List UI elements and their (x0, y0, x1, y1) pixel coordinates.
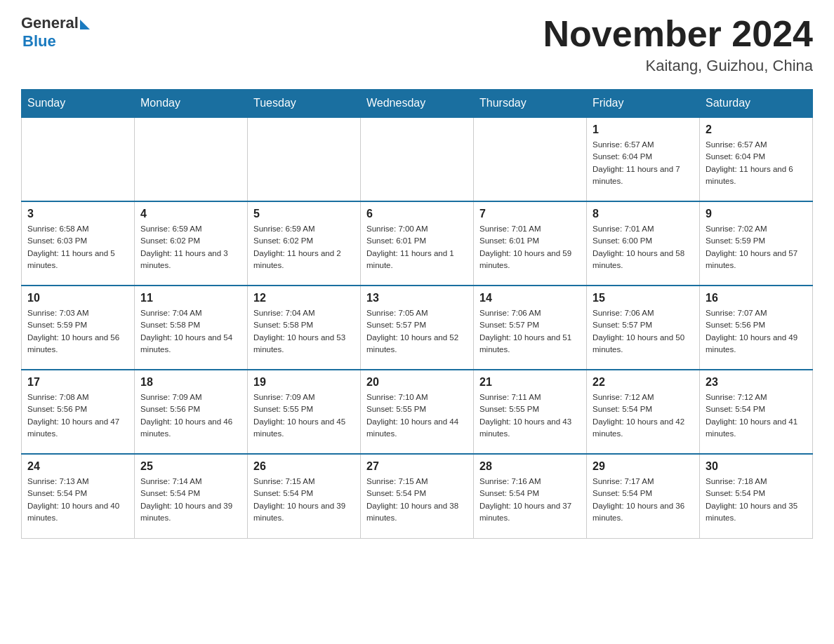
calendar-cell: 18Sunrise: 7:09 AMSunset: 5:56 PMDayligh… (135, 370, 248, 454)
day-number: 30 (706, 460, 807, 473)
day-number: 4 (140, 208, 241, 220)
day-number: 13 (366, 292, 468, 304)
calendar-cell: 3Sunrise: 6:58 AMSunset: 6:03 PMDaylight… (22, 201, 135, 286)
calendar-cell: 5Sunrise: 6:59 AMSunset: 6:02 PMDaylight… (248, 201, 361, 286)
calendar-cell: 30Sunrise: 7:18 AMSunset: 5:54 PMDayligh… (700, 454, 813, 538)
day-info: Sunrise: 7:02 AMSunset: 5:59 PMDaylight:… (706, 223, 807, 271)
day-number: 22 (593, 376, 694, 389)
day-info: Sunrise: 7:04 AMSunset: 5:58 PMDaylight:… (253, 307, 355, 356)
header-monday: Monday (135, 90, 248, 118)
calendar-cell: 20Sunrise: 7:10 AMSunset: 5:55 PMDayligh… (361, 370, 474, 454)
calendar-header-row: SundayMondayTuesdayWednesdayThursdayFrid… (22, 90, 813, 118)
day-number: 27 (366, 460, 468, 473)
day-number: 3 (27, 208, 128, 220)
day-number: 29 (593, 460, 694, 473)
calendar-cell: 8Sunrise: 7:01 AMSunset: 6:00 PMDaylight… (587, 201, 700, 286)
calendar-cell: 4Sunrise: 6:59 AMSunset: 6:02 PMDaylight… (135, 201, 248, 286)
day-number: 1 (593, 123, 694, 136)
day-number: 23 (706, 376, 807, 389)
header-thursday: Thursday (474, 90, 587, 118)
day-number: 9 (706, 208, 807, 220)
week-row-2: 3Sunrise: 6:58 AMSunset: 6:03 PMDaylight… (22, 201, 813, 286)
day-info: Sunrise: 7:09 AMSunset: 5:56 PMDaylight:… (140, 391, 241, 440)
calendar-cell: 21Sunrise: 7:11 AMSunset: 5:55 PMDayligh… (474, 370, 587, 454)
day-number: 21 (479, 376, 581, 389)
day-info: Sunrise: 7:04 AMSunset: 5:58 PMDaylight:… (140, 307, 241, 356)
calendar-cell: 29Sunrise: 7:17 AMSunset: 5:54 PMDayligh… (587, 454, 700, 538)
title-block: November 2024 Kaitang, Guizhou, China (543, 14, 813, 75)
calendar-cell: 13Sunrise: 7:05 AMSunset: 5:57 PMDayligh… (361, 286, 474, 370)
day-number: 18 (140, 376, 241, 389)
day-info: Sunrise: 6:57 AMSunset: 6:04 PMDaylight:… (593, 139, 694, 187)
calendar-table: SundayMondayTuesdayWednesdayThursdayFrid… (21, 89, 813, 539)
calendar-cell: 10Sunrise: 7:03 AMSunset: 5:59 PMDayligh… (22, 286, 135, 370)
logo: General Blue (21, 14, 90, 51)
calendar-cell: 25Sunrise: 7:14 AMSunset: 5:54 PMDayligh… (135, 454, 248, 538)
calendar-cell: 7Sunrise: 7:01 AMSunset: 6:01 PMDaylight… (474, 201, 587, 286)
calendar-cell: 23Sunrise: 7:12 AMSunset: 5:54 PMDayligh… (700, 370, 813, 454)
day-info: Sunrise: 7:01 AMSunset: 6:00 PMDaylight:… (593, 223, 694, 271)
calendar-cell: 28Sunrise: 7:16 AMSunset: 5:54 PMDayligh… (474, 454, 587, 538)
day-info: Sunrise: 6:58 AMSunset: 6:03 PMDaylight:… (27, 223, 128, 271)
calendar-cell: 6Sunrise: 7:00 AMSunset: 6:01 PMDaylight… (361, 201, 474, 286)
header-tuesday: Tuesday (248, 90, 361, 118)
header-friday: Friday (587, 90, 700, 118)
calendar-cell: 19Sunrise: 7:09 AMSunset: 5:55 PMDayligh… (248, 370, 361, 454)
calendar-cell: 27Sunrise: 7:15 AMSunset: 5:54 PMDayligh… (361, 454, 474, 538)
calendar-cell (361, 117, 474, 201)
day-number: 25 (140, 460, 241, 473)
day-number: 15 (593, 292, 694, 304)
day-info: Sunrise: 7:16 AMSunset: 5:54 PMDaylight:… (479, 476, 581, 524)
day-info: Sunrise: 6:57 AMSunset: 6:04 PMDaylight:… (706, 139, 807, 187)
calendar-cell (22, 117, 135, 201)
calendar-cell: 11Sunrise: 7:04 AMSunset: 5:58 PMDayligh… (135, 286, 248, 370)
day-info: Sunrise: 7:15 AMSunset: 5:54 PMDaylight:… (366, 476, 468, 524)
day-number: 2 (706, 123, 807, 136)
day-number: 6 (366, 208, 468, 220)
day-info: Sunrise: 7:09 AMSunset: 5:55 PMDaylight:… (253, 391, 355, 440)
page-header: General Blue November 2024 Kaitang, Guiz… (21, 14, 813, 75)
logo-blue-text: Blue (22, 32, 56, 50)
calendar-cell: 15Sunrise: 7:06 AMSunset: 5:57 PMDayligh… (587, 286, 700, 370)
calendar-cell: 9Sunrise: 7:02 AMSunset: 5:59 PMDaylight… (700, 201, 813, 286)
day-info: Sunrise: 7:06 AMSunset: 5:57 PMDaylight:… (479, 307, 581, 356)
day-info: Sunrise: 6:59 AMSunset: 6:02 PMDaylight:… (140, 223, 241, 271)
day-info: Sunrise: 7:03 AMSunset: 5:59 PMDaylight:… (27, 307, 128, 356)
calendar-cell: 24Sunrise: 7:13 AMSunset: 5:54 PMDayligh… (22, 454, 135, 538)
header-sunday: Sunday (22, 90, 135, 118)
day-info: Sunrise: 7:01 AMSunset: 6:01 PMDaylight:… (479, 223, 581, 271)
calendar-cell: 22Sunrise: 7:12 AMSunset: 5:54 PMDayligh… (587, 370, 700, 454)
day-info: Sunrise: 7:18 AMSunset: 5:54 PMDaylight:… (706, 476, 807, 524)
day-info: Sunrise: 7:12 AMSunset: 5:54 PMDaylight:… (593, 391, 694, 440)
day-info: Sunrise: 7:15 AMSunset: 5:54 PMDaylight:… (253, 476, 355, 524)
day-info: Sunrise: 6:59 AMSunset: 6:02 PMDaylight:… (253, 223, 355, 271)
day-info: Sunrise: 7:05 AMSunset: 5:57 PMDaylight:… (366, 307, 468, 356)
day-number: 14 (479, 292, 581, 304)
calendar-cell (248, 117, 361, 201)
calendar-cell: 1Sunrise: 6:57 AMSunset: 6:04 PMDaylight… (587, 117, 700, 201)
day-number: 10 (27, 292, 128, 304)
day-info: Sunrise: 7:17 AMSunset: 5:54 PMDaylight:… (593, 476, 694, 524)
day-number: 19 (253, 376, 355, 389)
day-number: 5 (253, 208, 355, 220)
header-saturday: Saturday (700, 90, 813, 118)
day-number: 11 (140, 292, 241, 304)
calendar-cell: 17Sunrise: 7:08 AMSunset: 5:56 PMDayligh… (22, 370, 135, 454)
day-info: Sunrise: 7:06 AMSunset: 5:57 PMDaylight:… (593, 307, 694, 356)
calendar-cell: 12Sunrise: 7:04 AMSunset: 5:58 PMDayligh… (248, 286, 361, 370)
week-row-1: 1Sunrise: 6:57 AMSunset: 6:04 PMDaylight… (22, 117, 813, 201)
day-info: Sunrise: 7:10 AMSunset: 5:55 PMDaylight:… (366, 391, 468, 440)
location: Kaitang, Guizhou, China (543, 57, 813, 75)
week-row-4: 17Sunrise: 7:08 AMSunset: 5:56 PMDayligh… (22, 370, 813, 454)
day-number: 20 (366, 376, 468, 389)
day-number: 16 (706, 292, 807, 304)
calendar-cell: 26Sunrise: 7:15 AMSunset: 5:54 PMDayligh… (248, 454, 361, 538)
day-number: 28 (479, 460, 581, 473)
day-info: Sunrise: 7:11 AMSunset: 5:55 PMDaylight:… (479, 391, 581, 440)
day-info: Sunrise: 7:00 AMSunset: 6:01 PMDaylight:… (366, 223, 468, 271)
day-number: 17 (27, 376, 128, 389)
week-row-3: 10Sunrise: 7:03 AMSunset: 5:59 PMDayligh… (22, 286, 813, 370)
month-title: November 2024 (543, 14, 813, 54)
day-number: 7 (479, 208, 581, 220)
calendar-cell: 16Sunrise: 7:07 AMSunset: 5:56 PMDayligh… (700, 286, 813, 370)
